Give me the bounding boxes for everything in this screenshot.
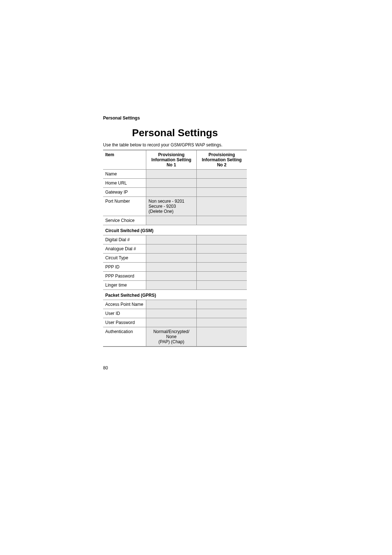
cell-value-1 bbox=[146, 179, 197, 188]
table-row: Digital Dial # bbox=[103, 235, 247, 244]
table-row: PPP Password bbox=[103, 272, 247, 281]
running-header: Personal Settings bbox=[103, 116, 247, 121]
cell-value-2 bbox=[196, 281, 247, 290]
cell-value-1: Normal/Encrypted/ None (PAP) (Chap) bbox=[146, 327, 197, 347]
cell-value-1 bbox=[146, 263, 197, 272]
cell-label: User ID bbox=[103, 309, 146, 318]
table-row: Service Choice bbox=[103, 216, 247, 225]
cell-label: Name bbox=[103, 170, 146, 179]
col-setting-1: Provisioning Information Setting No 1 bbox=[146, 150, 197, 170]
table-row: Circuit Type bbox=[103, 254, 247, 263]
cell-label: Authentication bbox=[103, 327, 146, 347]
cell-value-1 bbox=[146, 272, 197, 281]
table-row: User ID bbox=[103, 309, 247, 318]
cell-label: Gateway IP bbox=[103, 188, 146, 197]
section-header: Packet Switched (GPRS) bbox=[103, 290, 247, 300]
cell-value-2 bbox=[196, 235, 247, 244]
cell-value-2 bbox=[196, 170, 247, 179]
cell-value-1 bbox=[146, 235, 197, 244]
table-row: PPP ID bbox=[103, 263, 247, 272]
cell-value-1 bbox=[146, 216, 197, 225]
cell-value-2 bbox=[196, 197, 247, 216]
cell-value-2 bbox=[196, 188, 247, 197]
cell-label: Linger time bbox=[103, 281, 146, 290]
cell-value-1 bbox=[146, 244, 197, 254]
cell-value-2 bbox=[196, 216, 247, 225]
table-row: Authentication Normal/Encrypted/ None (P… bbox=[103, 327, 247, 347]
cell-value-2 bbox=[196, 263, 247, 272]
table-row: Gateway IP bbox=[103, 188, 247, 197]
cell-label: Home URL bbox=[103, 179, 146, 188]
table-row: Port Number Non secure - 9201 Secure - 9… bbox=[103, 197, 247, 216]
cell-label: User Password bbox=[103, 318, 146, 327]
cell-label: Service Choice bbox=[103, 216, 146, 225]
col-setting-2: Provisioning Information Setting No 2 bbox=[196, 150, 247, 170]
table-row: Linger time bbox=[103, 281, 247, 290]
table-row: User Password bbox=[103, 318, 247, 327]
table-row: Home URL bbox=[103, 179, 247, 188]
subtitle: Use the table below to record your GSM/G… bbox=[103, 142, 247, 147]
cell-value-1 bbox=[146, 188, 197, 197]
cell-value-1 bbox=[146, 170, 197, 179]
table-row: Analogue Dial # bbox=[103, 244, 247, 254]
cell-label: Analogue Dial # bbox=[103, 244, 146, 254]
section-header: Circuit Switched (GSM) bbox=[103, 225, 247, 235]
table-row: Access Point Name bbox=[103, 300, 247, 309]
cell-label: Digital Dial # bbox=[103, 235, 146, 244]
section-label: Packet Switched (GPRS) bbox=[103, 290, 247, 300]
table-row: Name bbox=[103, 170, 247, 179]
cell-label: Port Number bbox=[103, 197, 146, 216]
cell-value-2 bbox=[196, 179, 247, 188]
page-title: Personal Settings bbox=[103, 127, 247, 139]
page: Personal Settings Personal Settings Use … bbox=[0, 0, 392, 555]
cell-value-2 bbox=[196, 300, 247, 309]
cell-value-1: Non secure - 9201 Secure - 9203 (Delete … bbox=[146, 197, 197, 216]
cell-value-2 bbox=[196, 254, 247, 263]
cell-value-1 bbox=[146, 318, 197, 327]
page-number: 80 bbox=[103, 365, 108, 370]
cell-value-2 bbox=[196, 272, 247, 281]
cell-label: Access Point Name bbox=[103, 300, 146, 309]
col-item: Item bbox=[103, 150, 146, 170]
cell-value-2 bbox=[196, 327, 247, 347]
cell-label: PPP ID bbox=[103, 263, 146, 272]
cell-value-2 bbox=[196, 318, 247, 327]
section-label: Circuit Switched (GSM) bbox=[103, 225, 247, 235]
cell-value-2 bbox=[196, 309, 247, 318]
cell-label: Circuit Type bbox=[103, 254, 146, 263]
cell-value-1 bbox=[146, 300, 197, 309]
cell-label: PPP Password bbox=[103, 272, 146, 281]
settings-table: Item Provisioning Information Setting No… bbox=[103, 150, 247, 347]
cell-value-1 bbox=[146, 309, 197, 318]
cell-value-1 bbox=[146, 254, 197, 263]
cell-value-2 bbox=[196, 244, 247, 254]
cell-value-1 bbox=[146, 281, 197, 290]
